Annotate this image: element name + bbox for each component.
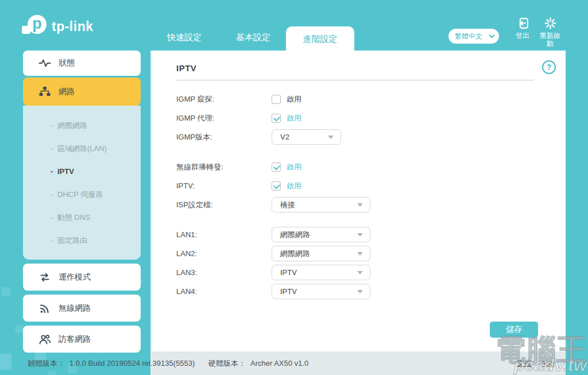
lan1-select[interactable]: 網際網路	[272, 227, 370, 242]
sidebar-subitem-static-routing[interactable]: -固定路由	[23, 229, 141, 252]
field-label-igmp-version: IGMP版本:	[176, 132, 272, 142]
chevron-down-icon	[357, 290, 363, 293]
sidebar-item-label: 網路	[59, 87, 75, 97]
subitem-label: 固定路由	[57, 236, 87, 245]
footer-link-app[interactable]: App	[541, 359, 554, 368]
background-square	[1, 287, 10, 296]
lan3-select-value: IPTV	[280, 268, 297, 277]
swap-arrows-icon	[38, 271, 51, 284]
form-row-isp-profile: ISP設定檔:橋接	[176, 195, 370, 214]
chevron-down-icon	[357, 233, 363, 237]
field-label-iptv-enable: IPTV:	[176, 181, 272, 190]
sidebar-item-operation-mode[interactable]: 運作模式	[23, 264, 141, 291]
sidebar-subitem-dhcp-server[interactable]: -DHCP 伺服器	[23, 183, 141, 206]
tab-advanced-settings[interactable]: 進階設定	[286, 26, 354, 51]
sidebar-item-label: 訪客網路	[59, 334, 91, 345]
field-label-lan4: LAN4:	[176, 287, 272, 296]
help-icon[interactable]: ?	[542, 60, 556, 74]
lan4-select[interactable]: IPTV	[272, 284, 370, 299]
sidebar-item-label: 運作模式	[59, 272, 91, 283]
sidebar-item-wireless[interactable]: 無線網路	[23, 295, 141, 322]
sidebar-item-status[interactable]: 狀態	[23, 51, 141, 76]
tab-basic-settings[interactable]: 基本設定	[225, 32, 282, 43]
language-select[interactable]: 繁體中文	[448, 29, 499, 44]
subitem-dash: -	[51, 206, 57, 229]
router-admin-page: p tp-link 快速設定 基本設定 進階設定 繁體中文 登出	[0, 0, 588, 375]
igmp-proxy-checkbox-label: 啟用	[287, 113, 301, 123]
reboot-icon	[544, 17, 557, 30]
background-square	[0, 354, 11, 370]
form-row-lan1: LAN1:網際網路	[176, 225, 370, 244]
sidebar-subitem-dynamic-dns[interactable]: -動態 DNS	[23, 206, 141, 229]
logout-label: 登出	[516, 32, 529, 40]
lan2-select-value: 網際網路	[280, 249, 310, 258]
language-select-value: 繁體中文	[455, 32, 482, 41]
lan1-select-value: 網際網路	[280, 230, 310, 239]
field-label-isp-profile: ISP設定檔:	[176, 200, 272, 210]
subitem-dash: -	[51, 183, 57, 206]
reboot-button[interactable]: 重新啟動	[535, 17, 565, 48]
subitem-dash: -	[51, 114, 57, 137]
form-row-igmp-version: IGMP版本:V2	[176, 127, 370, 146]
footer-link-support[interactable]: 支援	[517, 358, 532, 369]
form-row-lan4: LAN4:IPTV	[176, 282, 370, 301]
chevron-down-icon	[357, 203, 363, 207]
background-square	[15, 325, 23, 333]
logout-button[interactable]: 登出	[512, 17, 533, 40]
save-button[interactable]: 儲存	[490, 322, 538, 338]
sidebar-item-label: 狀態	[59, 58, 75, 68]
chevron-down-icon	[489, 32, 495, 38]
pulse-icon	[38, 57, 51, 69]
wireless-multicast-checkbox[interactable]	[272, 163, 281, 172]
tab-quick-setup[interactable]: 快速設定	[156, 32, 213, 43]
chevron-down-icon	[328, 136, 334, 139]
subitem-dash: -	[51, 160, 57, 183]
igmp-version-select[interactable]: V2	[272, 129, 341, 145]
sidebar-subitem-iptv[interactable]: -IPTV	[23, 160, 141, 183]
sidebar-subitem-internet[interactable]: -網際網路	[23, 114, 141, 137]
network-topology-icon	[38, 86, 51, 98]
sidebar-item-label: 無線網路	[59, 303, 91, 314]
lan4-select-value: IPTV	[280, 287, 297, 296]
igmp-version-select-value: V2	[280, 133, 289, 141]
sidebar-item-guest-network[interactable]: 訪客網路	[23, 326, 141, 353]
form-row-iptv-enable: IPTV:啟用	[176, 176, 370, 195]
tplink-logo-text: tp-link	[52, 19, 94, 34]
firmware-version-label: 韌體版本：	[28, 358, 65, 369]
lan3-select[interactable]: IPTV	[272, 265, 370, 280]
subitem-dash: -	[51, 229, 57, 252]
people-icon	[38, 333, 51, 346]
field-label-lan3: LAN3:	[176, 268, 272, 277]
sidebar-subitem-lan[interactable]: -區域網路(LAN)	[23, 137, 141, 160]
form-row-igmp-snooping: IGMP 窺探:啟用	[176, 90, 370, 109]
tplink-logo: p tp-link	[22, 15, 94, 38]
iptv-enable-checkbox[interactable]	[272, 181, 281, 191]
sidebar-item-network[interactable]: 網路	[23, 78, 141, 106]
chevron-down-icon	[357, 252, 363, 256]
logout-icon	[516, 17, 529, 30]
igmp-proxy-checkbox[interactable]	[272, 114, 281, 123]
tplink-logo-icon: p	[22, 15, 47, 38]
subitem-label: IPTV	[57, 167, 74, 176]
wireless-multicast-checkbox-label: 啟用	[287, 162, 301, 172]
subitem-label: 網際網路	[57, 121, 87, 130]
isp-profile-select[interactable]: 橋接	[272, 197, 370, 212]
form-row-lan3: LAN3:IPTV	[176, 263, 370, 282]
field-label-wireless-multicast: 無線群播轉發:	[176, 162, 272, 172]
isp-profile-select-value: 橋接	[280, 200, 295, 209]
subitem-label: DHCP 伺服器	[57, 190, 103, 199]
title-divider	[176, 80, 534, 80]
footer-links: 支援App	[517, 351, 554, 375]
iptv-enable-checkbox-label: 啟用	[287, 181, 301, 191]
igmp-snooping-checkbox[interactable]	[272, 95, 281, 104]
subitem-label: 區域網路(LAN)	[57, 144, 107, 153]
content-panel: IPTV ? IGMP 窺探:啟用IGMP 代理:啟用IGMP版本:V2無線群播…	[150, 51, 566, 351]
hardware-version-label: 硬體版本：	[208, 358, 246, 369]
wifi-icon	[38, 302, 51, 315]
lan2-select[interactable]: 網際網路	[272, 246, 370, 261]
field-label-igmp-proxy: IGMP 代理:	[176, 113, 272, 123]
network-submenu: -網際網路-區域網路(LAN)-IPTV-DHCP 伺服器-動態 DNS-固定路…	[23, 106, 141, 260]
igmp-snooping-checkbox-label: 啟用	[287, 94, 301, 105]
form-row-igmp-proxy: IGMP 代理:啟用	[176, 109, 370, 127]
tplink-logo-circle: p	[28, 15, 47, 34]
